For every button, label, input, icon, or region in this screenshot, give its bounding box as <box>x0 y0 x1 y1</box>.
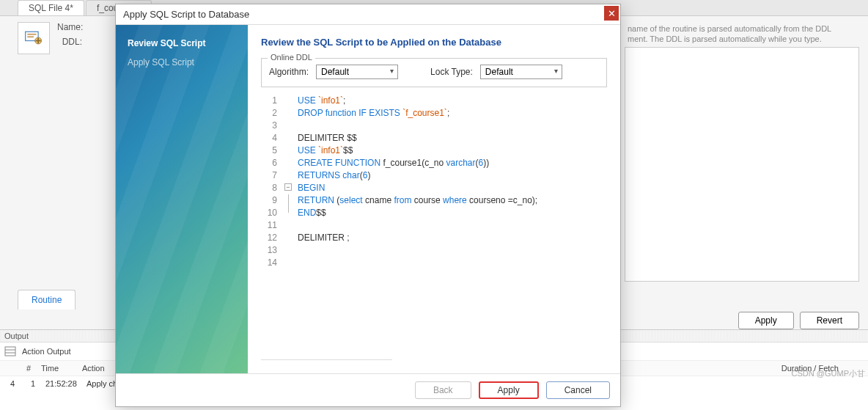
dialog-main: Review the SQL Script to be Applied on t… <box>248 25 620 373</box>
code-area[interactable]: USE `info1`; DROP function IF EXISTS `f_… <box>283 95 607 354</box>
col-num: # <box>21 364 35 373</box>
dialog-title-text: Apply SQL Script to Database <box>123 9 249 20</box>
row-num: 1 <box>25 379 40 388</box>
svg-rect-5 <box>36 40 41 42</box>
svg-rect-2 <box>27 36 34 37</box>
tab-routine[interactable]: Routine <box>18 290 76 310</box>
col-time: Time <box>35 364 76 373</box>
watermark: CSDN @GUMP小甘 <box>792 368 865 379</box>
algorithm-select[interactable]: Default <box>316 65 398 79</box>
status-ok-icon <box>16 378 25 389</box>
locktype-select[interactable]: Default <box>480 65 562 79</box>
dialog-title: Apply SQL Script to Database ✕ <box>116 4 620 25</box>
close-button[interactable]: ✕ <box>604 6 619 21</box>
name-label: Name: <box>57 22 82 32</box>
revert-button[interactable]: Revert <box>800 312 859 329</box>
close-icon: ✕ <box>608 8 616 19</box>
apply-sql-dialog: Apply SQL Script to Database ✕ Review SQ… <box>115 4 621 407</box>
apply-button[interactable]: Apply <box>479 381 539 399</box>
action-output-label[interactable]: Action Output <box>16 347 77 356</box>
col-action: Action <box>76 364 111 373</box>
online-ddl-group: Online DDL Algorithm: Default Lock Type:… <box>261 58 607 87</box>
row-idx: 4 <box>4 379 16 388</box>
svg-rect-1 <box>27 34 36 35</box>
online-ddl-legend: Online DDL <box>268 53 315 62</box>
svg-rect-6 <box>5 347 15 356</box>
step-apply[interactable]: Apply SQL Script <box>116 53 248 72</box>
main-heading: Review the SQL Script to be Applied on t… <box>261 37 607 48</box>
routine-icon <box>18 22 50 54</box>
help-text2: ment. The DDL is parsed automatically wh… <box>628 34 862 44</box>
row-time: 21:52:28 <box>40 379 81 388</box>
bg-action-buttons: Apply Revert <box>738 312 859 329</box>
ddl-editor-bg <box>625 47 859 282</box>
algorithm-label: Algorithm: <box>269 67 309 77</box>
ddl-label: DDL: <box>57 37 82 47</box>
tab-sqlfile[interactable]: SQL File 4* <box>18 0 84 15</box>
locktype-label: Lock Type: <box>430 67 473 77</box>
output-list-icon <box>4 345 16 357</box>
dialog-button-row: Back Apply Cancel <box>116 373 620 406</box>
apply-button-bg[interactable]: Apply <box>738 312 794 329</box>
fold-icon[interactable]: − <box>284 183 292 191</box>
divider <box>261 359 392 360</box>
sql-editor[interactable]: 1234567891011121314 USE `info1`; DROP fu… <box>261 95 607 354</box>
line-gutter: 1234567891011121314 <box>261 95 283 354</box>
cancel-button[interactable]: Cancel <box>546 381 610 399</box>
routine-tab-bar: Routine <box>18 290 76 310</box>
step-review[interactable]: Review SQL Script <box>116 34 248 53</box>
wizard-sidebar: Review SQL Script Apply SQL Script <box>116 25 248 373</box>
help-text1: name of the routine is parsed automatica… <box>628 23 862 34</box>
back-button[interactable]: Back <box>415 381 471 399</box>
